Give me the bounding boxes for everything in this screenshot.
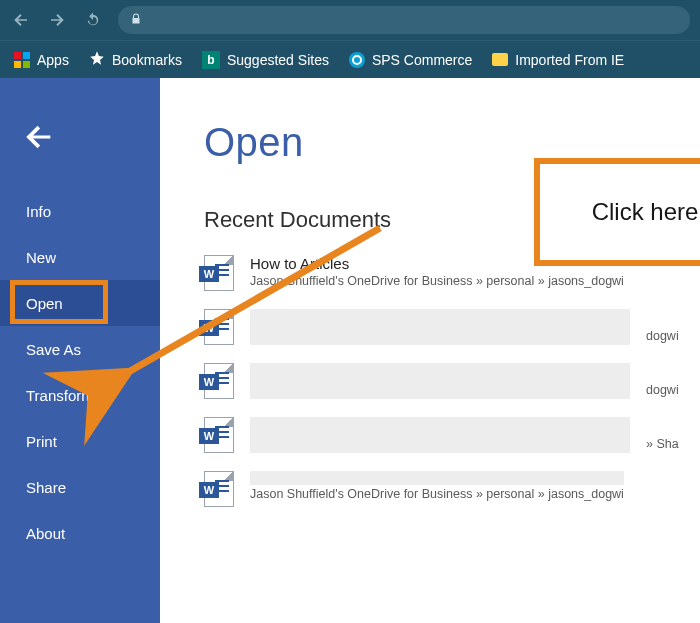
word-document-icon (204, 471, 234, 507)
sidebar-item-open[interactable]: Open (0, 280, 160, 326)
word-document-icon (204, 417, 234, 453)
sidebar-item-print[interactable]: Print (0, 418, 160, 464)
bookmarks-bar: Apps Bookmarks b Suggested Sites SPS Com… (0, 40, 700, 78)
arrow-left-icon (22, 120, 56, 154)
sidebar-item-label: Share (26, 479, 66, 496)
backstage-sidebar: Info New Open Save As Transform Print Sh… (0, 78, 160, 623)
sidebar-item-save-as[interactable]: Save As (0, 326, 160, 372)
backstage-content: Open Recent Documents How to Articles Ja… (160, 78, 700, 623)
sidebar-item-transform[interactable]: Transform (0, 372, 160, 418)
nav-reload-button[interactable] (82, 9, 104, 31)
sidebar-item-label: About (26, 525, 65, 542)
document-path-tail: dogwi (646, 383, 679, 399)
sidebar-item-info[interactable]: Info (0, 188, 160, 234)
document-row[interactable]: Jason Shuffield's OneDrive for Business … (204, 471, 700, 507)
document-row[interactable]: dogwi (204, 363, 700, 399)
bookmark-apps[interactable]: Apps (14, 52, 69, 68)
bookmark-label: SPS Commerce (372, 52, 472, 68)
sidebar-item-label: New (26, 249, 56, 266)
bookmark-label: Suggested Sites (227, 52, 329, 68)
document-path-tail: » Sha (646, 437, 679, 453)
word-document-icon (204, 363, 234, 399)
word-document-icon (204, 255, 234, 291)
sidebar-item-new[interactable]: New (0, 234, 160, 280)
word-document-icon (204, 309, 234, 345)
bookmark-bookmarks[interactable]: Bookmarks (89, 50, 182, 69)
sidebar-item-label: Print (26, 433, 57, 450)
browser-address-bar (0, 0, 700, 40)
arrow-right-icon (48, 11, 66, 29)
url-input[interactable] (118, 6, 690, 34)
annotation-callout: Click here (534, 158, 700, 266)
document-path: Jason Shuffield's OneDrive for Business … (250, 487, 624, 501)
sidebar-item-about[interactable]: About (0, 510, 160, 556)
bookmark-label: Apps (37, 52, 69, 68)
redacted-area (250, 309, 630, 345)
document-path-tail: dogwi (646, 329, 679, 345)
bookmark-imported-from-ie[interactable]: Imported From IE (492, 52, 624, 68)
bookmark-label: Bookmarks (112, 52, 182, 68)
apps-grid-icon (14, 52, 30, 68)
redacted-area (250, 363, 630, 399)
sidebar-item-label: Info (26, 203, 51, 220)
redacted-area (250, 417, 630, 453)
recent-documents-list: How to Articles Jason Shuffield's OneDri… (204, 255, 700, 507)
bing-icon: b (202, 51, 220, 69)
reload-icon (84, 11, 102, 29)
star-icon (89, 50, 105, 69)
bookmark-sps-commerce[interactable]: SPS Commerce (349, 52, 472, 68)
redacted-area (250, 471, 624, 485)
document-path: Jason Shuffield's OneDrive for Business … (250, 274, 624, 288)
document-row[interactable]: » Sha (204, 417, 700, 453)
nav-forward-button[interactable] (46, 9, 68, 31)
backstage-menu: Info New Open Save As Transform Print Sh… (0, 188, 160, 556)
sidebar-item-label: Save As (26, 341, 81, 358)
sidebar-item-label: Open (26, 295, 63, 312)
lock-icon (130, 12, 142, 29)
folder-icon (492, 53, 508, 66)
word-backstage: Info New Open Save As Transform Print Sh… (0, 78, 700, 623)
bookmark-suggested-sites[interactable]: b Suggested Sites (202, 51, 329, 69)
annotation-label: Click here (592, 198, 699, 226)
bookmark-label: Imported From IE (515, 52, 624, 68)
nav-back-button[interactable] (10, 9, 32, 31)
sps-icon (349, 52, 365, 68)
sidebar-item-share[interactable]: Share (0, 464, 160, 510)
document-row[interactable]: dogwi (204, 309, 700, 345)
arrow-left-icon (12, 11, 30, 29)
sidebar-item-label: Transform (26, 387, 94, 404)
back-button[interactable] (22, 116, 64, 158)
